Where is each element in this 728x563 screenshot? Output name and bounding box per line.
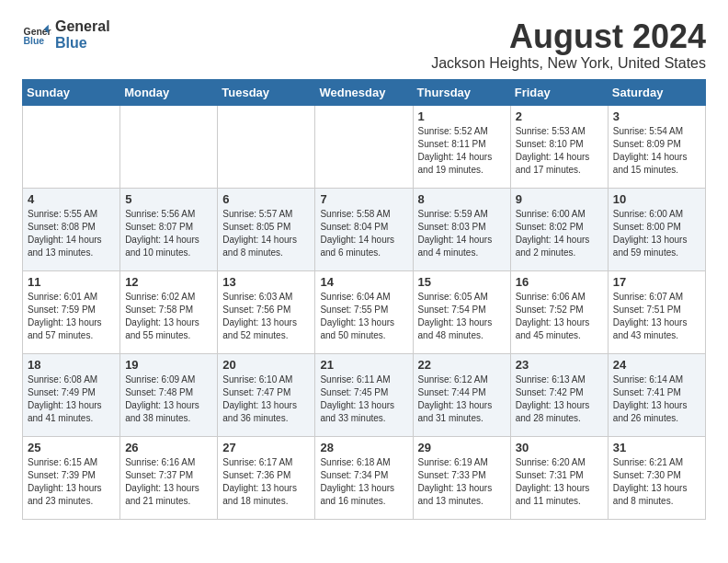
day-info: Sunrise: 6:07 AM Sunset: 7:51 PM Dayligh… <box>613 291 700 342</box>
day-info: Sunrise: 6:04 AM Sunset: 7:55 PM Dayligh… <box>320 291 407 342</box>
page-header: General Blue General Blue August 2024 Ja… <box>22 18 706 72</box>
day-info: Sunrise: 6:20 AM Sunset: 7:31 PM Dayligh… <box>516 456 603 508</box>
day-cell: 4Sunrise: 5:55 AM Sunset: 8:08 PM Daylig… <box>23 188 120 270</box>
day-cell: 26Sunrise: 6:16 AM Sunset: 7:37 PM Dayli… <box>120 436 218 519</box>
day-info: Sunrise: 5:59 AM Sunset: 8:03 PM Dayligh… <box>418 208 506 259</box>
day-number: 23 <box>516 358 603 372</box>
day-number: 31 <box>613 441 700 454</box>
day-cell: 11Sunrise: 6:01 AM Sunset: 7:59 PM Dayli… <box>23 270 120 353</box>
day-number: 13 <box>222 275 310 289</box>
day-cell: 20Sunrise: 6:10 AM Sunset: 7:47 PM Dayli… <box>218 353 315 436</box>
day-info: Sunrise: 6:19 AM Sunset: 7:33 PM Dayligh… <box>418 456 506 508</box>
day-cell: 15Sunrise: 6:05 AM Sunset: 7:54 PM Dayli… <box>413 270 510 353</box>
day-number: 24 <box>613 358 700 372</box>
day-info: Sunrise: 6:00 AM Sunset: 8:02 PM Dayligh… <box>516 208 603 259</box>
week-row-2: 4Sunrise: 5:55 AM Sunset: 8:08 PM Daylig… <box>23 188 706 270</box>
header-monday: Monday <box>120 79 218 105</box>
day-cell: 30Sunrise: 6:20 AM Sunset: 7:31 PM Dayli… <box>510 436 608 519</box>
day-info: Sunrise: 6:08 AM Sunset: 7:49 PM Dayligh… <box>28 373 115 425</box>
day-info: Sunrise: 6:13 AM Sunset: 7:42 PM Dayligh… <box>516 373 603 425</box>
day-cell: 31Sunrise: 6:21 AM Sunset: 7:30 PM Dayli… <box>608 436 705 519</box>
day-cell: 27Sunrise: 6:17 AM Sunset: 7:36 PM Dayli… <box>218 436 315 519</box>
day-number: 20 <box>222 358 310 372</box>
day-cell <box>120 105 218 188</box>
week-row-1: 1Sunrise: 5:52 AM Sunset: 8:11 PM Daylig… <box>23 105 706 188</box>
day-number: 22 <box>418 358 506 372</box>
day-number: 17 <box>613 275 700 289</box>
day-info: Sunrise: 6:15 AM Sunset: 7:39 PM Dayligh… <box>28 456 115 508</box>
header-tuesday: Tuesday <box>218 79 315 105</box>
day-number: 19 <box>125 358 212 372</box>
day-cell: 28Sunrise: 6:18 AM Sunset: 7:34 PM Dayli… <box>315 436 413 519</box>
day-number: 2 <box>516 109 603 123</box>
header-sunday: Sunday <box>23 79 120 105</box>
day-info: Sunrise: 6:00 AM Sunset: 8:00 PM Dayligh… <box>613 208 700 259</box>
day-info: Sunrise: 5:52 AM Sunset: 8:11 PM Dayligh… <box>418 125 506 177</box>
day-cell: 22Sunrise: 6:12 AM Sunset: 7:44 PM Dayli… <box>413 353 510 436</box>
day-number: 28 <box>320 441 407 454</box>
day-cell: 13Sunrise: 6:03 AM Sunset: 7:56 PM Dayli… <box>218 270 315 353</box>
day-info: Sunrise: 6:21 AM Sunset: 7:30 PM Dayligh… <box>613 456 700 508</box>
day-cell: 10Sunrise: 6:00 AM Sunset: 8:00 PM Dayli… <box>608 188 705 270</box>
day-cell: 9Sunrise: 6:00 AM Sunset: 8:02 PM Daylig… <box>510 188 608 270</box>
day-number: 3 <box>613 109 700 123</box>
day-number: 12 <box>125 275 212 289</box>
day-cell: 7Sunrise: 5:58 AM Sunset: 8:04 PM Daylig… <box>315 188 413 270</box>
day-cell: 2Sunrise: 5:53 AM Sunset: 8:10 PM Daylig… <box>510 105 608 188</box>
day-info: Sunrise: 5:55 AM Sunset: 8:08 PM Dayligh… <box>28 208 115 259</box>
day-cell: 14Sunrise: 6:04 AM Sunset: 7:55 PM Dayli… <box>315 270 413 353</box>
day-info: Sunrise: 5:53 AM Sunset: 8:10 PM Dayligh… <box>516 125 603 177</box>
day-number: 30 <box>516 441 603 454</box>
day-cell: 16Sunrise: 6:06 AM Sunset: 7:52 PM Dayli… <box>510 270 608 353</box>
day-number: 29 <box>418 441 506 454</box>
day-cell: 3Sunrise: 5:54 AM Sunset: 8:09 PM Daylig… <box>608 105 705 188</box>
header-thursday: Thursday <box>413 79 510 105</box>
day-cell: 12Sunrise: 6:02 AM Sunset: 7:58 PM Dayli… <box>120 270 218 353</box>
day-cell <box>23 105 120 188</box>
day-number: 9 <box>516 192 603 206</box>
day-info: Sunrise: 6:02 AM Sunset: 7:58 PM Dayligh… <box>125 291 212 342</box>
calendar-header-row: SundayMondayTuesdayWednesdayThursdayFrid… <box>23 79 706 105</box>
day-number: 15 <box>418 275 506 289</box>
day-cell: 1Sunrise: 5:52 AM Sunset: 8:11 PM Daylig… <box>413 105 510 188</box>
day-cell: 23Sunrise: 6:13 AM Sunset: 7:42 PM Dayli… <box>510 353 608 436</box>
location-title: Jackson Heights, New York, United States <box>431 55 706 72</box>
day-info: Sunrise: 5:57 AM Sunset: 8:05 PM Dayligh… <box>222 208 310 259</box>
day-info: Sunrise: 6:16 AM Sunset: 7:37 PM Dayligh… <box>125 456 212 508</box>
day-info: Sunrise: 6:05 AM Sunset: 7:54 PM Dayligh… <box>418 291 506 342</box>
day-info: Sunrise: 5:56 AM Sunset: 8:07 PM Dayligh… <box>125 208 212 259</box>
day-number: 27 <box>222 441 310 454</box>
logo: General Blue General Blue <box>22 18 110 51</box>
day-info: Sunrise: 6:01 AM Sunset: 7:59 PM Dayligh… <box>28 291 115 342</box>
day-number: 8 <box>418 192 506 206</box>
day-info: Sunrise: 6:03 AM Sunset: 7:56 PM Dayligh… <box>222 291 310 342</box>
day-cell: 19Sunrise: 6:09 AM Sunset: 7:48 PM Dayli… <box>120 353 218 436</box>
day-info: Sunrise: 5:54 AM Sunset: 8:09 PM Dayligh… <box>613 125 700 177</box>
day-number: 10 <box>613 192 700 206</box>
month-title: August 2024 <box>431 18 706 55</box>
day-cell: 18Sunrise: 6:08 AM Sunset: 7:49 PM Dayli… <box>23 353 120 436</box>
title-block: August 2024 Jackson Heights, New York, U… <box>431 18 706 72</box>
day-number: 1 <box>418 109 506 123</box>
day-cell: 6Sunrise: 5:57 AM Sunset: 8:05 PM Daylig… <box>218 188 315 270</box>
day-cell: 8Sunrise: 5:59 AM Sunset: 8:03 PM Daylig… <box>413 188 510 270</box>
day-cell: 25Sunrise: 6:15 AM Sunset: 7:39 PM Dayli… <box>23 436 120 519</box>
logo-blue-text: Blue <box>55 35 110 52</box>
svg-text:Blue: Blue <box>24 36 45 46</box>
logo-icon: General Blue <box>22 20 51 50</box>
day-number: 21 <box>320 358 407 372</box>
day-cell: 21Sunrise: 6:11 AM Sunset: 7:45 PM Dayli… <box>315 353 413 436</box>
day-info: Sunrise: 6:09 AM Sunset: 7:48 PM Dayligh… <box>125 373 212 425</box>
week-row-3: 11Sunrise: 6:01 AM Sunset: 7:59 PM Dayli… <box>23 270 706 353</box>
day-info: Sunrise: 6:06 AM Sunset: 7:52 PM Dayligh… <box>516 291 603 342</box>
day-cell: 29Sunrise: 6:19 AM Sunset: 7:33 PM Dayli… <box>413 436 510 519</box>
day-info: Sunrise: 6:18 AM Sunset: 7:34 PM Dayligh… <box>320 456 407 508</box>
day-number: 5 <box>125 192 212 206</box>
day-number: 7 <box>320 192 407 206</box>
day-number: 16 <box>516 275 603 289</box>
header-friday: Friday <box>510 79 608 105</box>
day-info: Sunrise: 6:12 AM Sunset: 7:44 PM Dayligh… <box>418 373 506 425</box>
day-cell: 24Sunrise: 6:14 AM Sunset: 7:41 PM Dayli… <box>608 353 705 436</box>
header-saturday: Saturday <box>608 79 705 105</box>
day-number: 14 <box>320 275 407 289</box>
